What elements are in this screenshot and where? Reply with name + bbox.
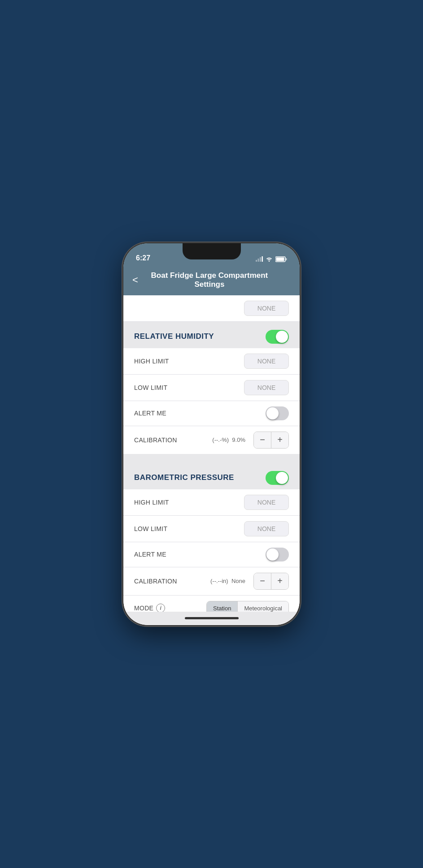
- svg-rect-5: [276, 257, 284, 261]
- home-indicator-bar: [123, 612, 300, 625]
- bp-alert-toggle[interactable]: [266, 548, 289, 561]
- signal-icon: [256, 256, 263, 262]
- rh-calibration-decrement[interactable]: −: [254, 432, 271, 448]
- rh-calibration-value: (--.-%) 9.0%: [212, 436, 245, 443]
- rh-toggle[interactable]: [266, 330, 289, 344]
- rh-alert-row: ALERT ME: [123, 401, 300, 426]
- wifi-icon: [266, 256, 273, 262]
- content-scroll[interactable]: NONE RELATIVE HUMIDITY HIGH LIMIT NONE: [123, 295, 300, 612]
- bp-low-limit-btn[interactable]: NONE: [244, 521, 289, 536]
- bp-low-limit-row: LOW LIMIT NONE: [123, 516, 300, 542]
- bp-alert-knob: [266, 548, 279, 561]
- rh-toggle-knob: [276, 331, 288, 343]
- bp-title: BAROMETRIC PRESSURE: [134, 473, 234, 482]
- svg-rect-0: [256, 260, 257, 262]
- rh-low-limit-btn[interactable]: NONE: [244, 380, 289, 395]
- rh-low-limit-row: LOW LIMIT NONE: [123, 375, 300, 401]
- battery-icon: [275, 256, 287, 262]
- rh-low-limit-label: LOW LIMIT: [134, 384, 167, 391]
- bp-high-limit-row: HIGH LIMIT NONE: [123, 489, 300, 516]
- svg-rect-6: [286, 258, 287, 260]
- bp-mode-label: MODE: [134, 605, 153, 612]
- section-barometric-pressure: BAROMETRIC PRESSURE HIGH LIMIT NONE LOW …: [123, 463, 300, 612]
- back-button[interactable]: <: [132, 274, 138, 286]
- bp-toggle-knob: [276, 472, 288, 484]
- notch: [183, 243, 241, 259]
- svg-rect-2: [260, 257, 261, 262]
- mode-info-icon[interactable]: i: [156, 604, 165, 612]
- rh-calibration-control: (--.-%) 9.0% − +: [212, 432, 289, 449]
- bp-alert-row: ALERT ME: [123, 542, 300, 567]
- rh-calibration-label: CALIBRATION: [134, 436, 177, 444]
- bp-calibration-label: CALIBRATION: [134, 578, 177, 585]
- status-icons: [256, 256, 287, 262]
- bp-high-limit-label: HIGH LIMIT: [134, 499, 169, 506]
- bp-calibration-increment[interactable]: +: [271, 573, 288, 589]
- rh-calibration-stepper: − +: [253, 432, 289, 449]
- bp-low-limit-label: LOW LIMIT: [134, 525, 167, 532]
- rh-title: RELATIVE HUMIDITY: [134, 332, 214, 341]
- rh-calibration-increment[interactable]: +: [271, 432, 288, 448]
- bp-calibration-stepper: − +: [253, 573, 289, 590]
- bp-calibration-row: CALIBRATION (--.--in) None − +: [123, 567, 300, 596]
- bp-mode-row: MODE i Station Meteorological: [123, 596, 300, 612]
- rh-alert-toggle[interactable]: [266, 406, 289, 420]
- status-time: 6:27: [136, 254, 150, 262]
- divider-1: [123, 454, 300, 463]
- nav-title: Boat Fridge Large Compartment Settings: [145, 271, 274, 289]
- svg-rect-1: [258, 259, 259, 262]
- bp-rows: HIGH LIMIT NONE LOW LIMIT NONE ALERT ME: [123, 489, 300, 612]
- bp-toggle[interactable]: [266, 471, 289, 485]
- bp-calibration-control: (--.--in) None − +: [210, 573, 289, 590]
- rh-high-limit-btn[interactable]: NONE: [244, 354, 289, 369]
- rh-alert-knob: [266, 407, 279, 419]
- bp-section-header: BAROMETRIC PRESSURE: [123, 463, 300, 489]
- bp-high-limit-btn[interactable]: NONE: [244, 495, 289, 510]
- mode-meteorological-btn[interactable]: Meteorological: [238, 601, 288, 612]
- bp-mode-selector: Station Meteorological: [206, 601, 289, 612]
- rh-calibration-row: CALIBRATION (--.-%) 9.0% − +: [123, 426, 300, 454]
- svg-rect-3: [262, 256, 263, 262]
- section-relative-humidity: RELATIVE HUMIDITY HIGH LIMIT NONE LOW LI…: [123, 322, 300, 454]
- phone-screen: 6:27: [123, 243, 300, 625]
- bp-alert-label: ALERT ME: [134, 551, 166, 558]
- rh-high-limit-row: HIGH LIMIT NONE: [123, 348, 300, 375]
- rh-section-header: RELATIVE HUMIDITY: [123, 322, 300, 348]
- partial-limit-btn[interactable]: NONE: [244, 301, 289, 316]
- nav-header: < Boat Fridge Large Compartment Settings: [123, 266, 300, 295]
- bp-calibration-decrement[interactable]: −: [254, 573, 271, 589]
- bp-calibration-value: (--.--in) None: [210, 578, 245, 584]
- bp-mode-label-container: MODE i: [134, 604, 165, 612]
- phone-frame: 6:27: [123, 243, 300, 625]
- rh-rows: HIGH LIMIT NONE LOW LIMIT NONE ALERT ME: [123, 348, 300, 454]
- rh-high-limit-label: HIGH LIMIT: [134, 358, 169, 365]
- mode-station-btn[interactable]: Station: [207, 601, 238, 612]
- rh-alert-label: ALERT ME: [134, 410, 166, 417]
- home-indicator: [185, 617, 239, 619]
- top-partial: NONE: [123, 295, 300, 322]
